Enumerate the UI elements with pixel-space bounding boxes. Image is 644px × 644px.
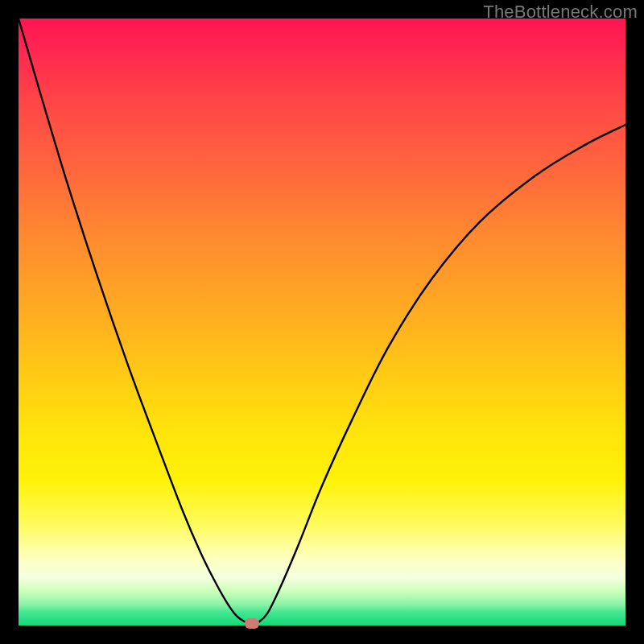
- chart-frame: TheBottleneck.com: [0, 0, 644, 644]
- optimal-point-marker: [245, 618, 259, 629]
- curve-left-branch: [19, 19, 246, 622]
- bottleneck-curve: [19, 19, 625, 625]
- plot-area: [19, 19, 625, 625]
- watermark-text: TheBottleneck.com: [483, 2, 638, 23]
- curve-right-branch: [258, 125, 625, 622]
